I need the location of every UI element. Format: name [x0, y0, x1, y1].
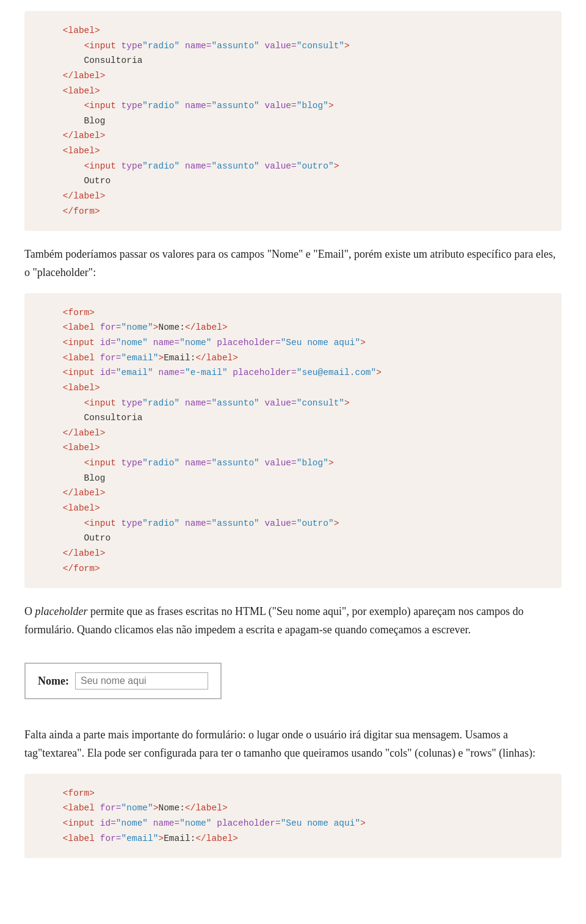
prose-2: O placeholder permite que as frases escr… — [24, 603, 562, 639]
code-block-2: <form> <label for="nome">Nome:</label> <… — [24, 293, 562, 589]
prose-1: Também poderíamos passar os valores para… — [24, 246, 562, 282]
demo-form-preview: Nome: — [24, 663, 222, 700]
code-block-3: <form> <label for="nome">Nome:</label> <… — [24, 774, 562, 859]
demo-input[interactable] — [75, 672, 208, 689]
code-block-1: <label> <input type"radio" name="assunto… — [24, 11, 562, 231]
prose-3: Falta ainda a parte mais importante do f… — [24, 726, 562, 762]
demo-label: Nome: — [38, 672, 69, 690]
